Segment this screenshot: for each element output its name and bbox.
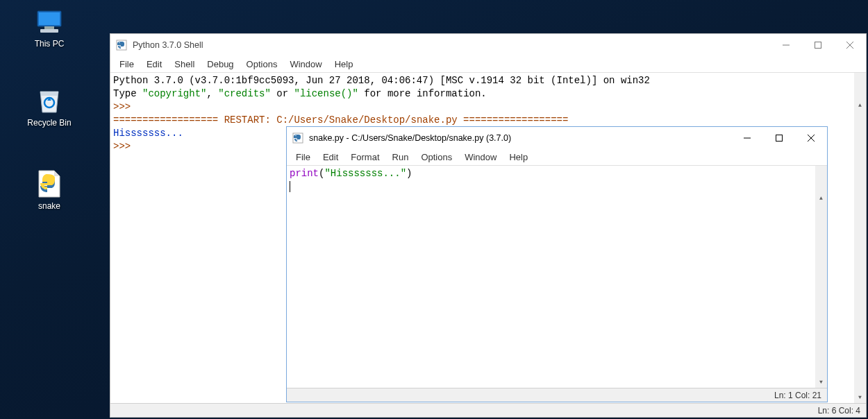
desktop-icon-recycle-bin[interactable]: Recycle Bin <box>18 87 81 128</box>
scroll-up-icon[interactable]: ▲ <box>815 192 827 204</box>
maximize-button[interactable] <box>802 34 834 56</box>
menu-help[interactable]: Help <box>503 151 534 164</box>
menu-file[interactable]: File <box>290 151 317 164</box>
menu-edit[interactable]: Edit <box>317 151 344 164</box>
menu-debug[interactable]: Debug <box>201 58 240 71</box>
desktop-icon-this-pc[interactable]: This PC <box>18 8 81 49</box>
recycle-bin-icon <box>33 87 66 115</box>
menu-options[interactable]: Options <box>240 58 284 71</box>
shell-statusbar: Ln: 6 Col: 4 <box>110 403 866 417</box>
minimize-button[interactable] <box>731 127 763 149</box>
svg-rect-8 <box>815 42 821 49</box>
menu-shell[interactable]: Shell <box>168 58 201 71</box>
editor-titlebar[interactable]: snake.py - C:/Users/Snake/Desktop/snake.… <box>287 127 827 149</box>
computer-icon <box>33 8 66 36</box>
close-button[interactable] <box>795 127 827 149</box>
editor-title: snake.py - C:/Users/Snake/Desktop/snake.… <box>309 133 731 143</box>
text-cursor <box>290 181 290 192</box>
menu-file[interactable]: File <box>113 58 140 71</box>
svg-point-6 <box>119 42 119 43</box>
prompt: >>> <box>113 141 137 152</box>
svg-rect-2 <box>44 26 54 29</box>
menu-window[interactable]: Window <box>283 58 328 71</box>
shell-output: Hisssssss... <box>113 128 183 139</box>
close-button[interactable] <box>834 34 866 56</box>
shell-scrollbar[interactable]: ▲ ▼ <box>854 73 866 403</box>
menu-help[interactable]: Help <box>328 58 360 71</box>
editor-menubar: File Edit Format Run Options Window Help <box>287 149 827 166</box>
svg-point-12 <box>295 135 296 136</box>
editor-window-controls <box>731 127 827 149</box>
shell-titlebar[interactable]: Python 3.7.0 Shell <box>110 34 866 56</box>
editor-cursor-pos: Ln: 1 Col: 21 <box>774 391 821 400</box>
menu-run[interactable]: Run <box>386 151 415 164</box>
editor-content[interactable]: print("Hisssssss...") ▲ ▼ <box>287 166 827 388</box>
python-app-icon <box>116 40 127 51</box>
menu-edit[interactable]: Edit <box>140 58 168 71</box>
code-keyword: print <box>290 168 319 179</box>
editor-scrollbar[interactable]: ▲ ▼ <box>815 166 827 388</box>
desktop-icon-label: This PC <box>18 39 81 49</box>
shell-title: Python 3.7.0 Shell <box>133 40 770 50</box>
shell-menubar: File Edit Shell Debug Options Window Hel… <box>110 56 866 73</box>
shell-window-controls <box>770 34 866 56</box>
python-app-icon <box>292 132 303 144</box>
menu-format[interactable]: Format <box>344 151 385 164</box>
svg-rect-1 <box>39 12 60 25</box>
scroll-down-icon[interactable]: ▼ <box>854 391 866 403</box>
desktop-icon-label: snake <box>18 201 81 211</box>
code-string: "Hisssssss..." <box>324 168 406 179</box>
menu-options[interactable]: Options <box>415 151 458 164</box>
maximize-button[interactable] <box>763 127 795 149</box>
menu-window[interactable]: Window <box>458 151 503 164</box>
desktop-icon-snake[interactable]: snake <box>18 171 81 211</box>
desktop-icon-label: Recycle Bin <box>18 118 81 128</box>
python-editor-window[interactable]: snake.py - C:/Users/Snake/Desktop/snake.… <box>286 126 828 402</box>
scroll-down-icon[interactable]: ▼ <box>815 376 827 388</box>
shell-banner-line1: Python 3.7.0 (v3.7.0:1bf9cc5093, Jun 27 … <box>113 75 650 86</box>
shell-cursor-pos: Ln: 6 Col: 4 <box>818 406 860 416</box>
svg-rect-3 <box>40 29 58 33</box>
minimize-button[interactable] <box>770 34 802 56</box>
scroll-up-icon[interactable]: ▲ <box>854 99 866 111</box>
restart-line: ================== RESTART: C:/Users/Sna… <box>113 114 568 126</box>
python-file-icon <box>33 171 66 198</box>
shell-banner-line2: Type "copyright", "credits" or "license(… <box>113 88 487 99</box>
editor-statusbar: Ln: 1 Col: 21 <box>287 388 827 402</box>
prompt: >>> <box>113 101 137 112</box>
svg-rect-14 <box>776 135 783 142</box>
